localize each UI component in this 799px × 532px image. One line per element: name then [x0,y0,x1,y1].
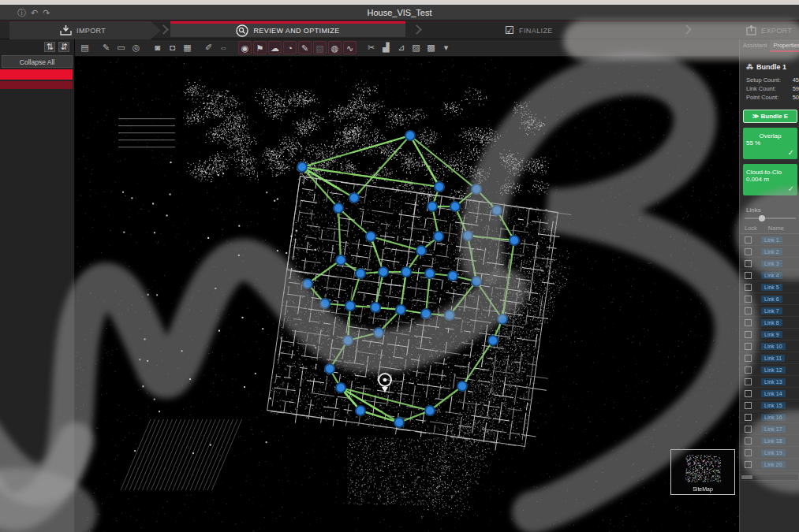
link-name-button[interactable]: Link 1 [761,236,782,244]
scan-setup-node[interactable] [434,232,443,241]
link-row[interactable]: Link 2 [740,246,799,258]
scan-link-edge[interactable] [426,273,430,314]
scan-setup-node[interactable] [336,383,345,392]
link-row[interactable]: Link 15 [740,400,799,411]
link-name-button[interactable]: Link 10 [761,343,786,350]
scan-setup-node[interactable] [405,131,415,140]
tab-properties[interactable]: Properties [770,39,799,52]
link-row[interactable]: Link 14 [740,388,799,400]
signal-icon[interactable]: ∿ [343,41,357,54]
scan-link-edge[interactable] [338,208,371,236]
lock-checkbox[interactable] [745,248,752,255]
scan-link-edge[interactable] [430,386,462,411]
lock-checkbox[interactable] [745,414,752,421]
table-view-icon[interactable]: ▦ [181,41,194,54]
cloud-icon[interactable]: ☁ [268,41,282,54]
scan-setup-node[interactable] [435,182,444,192]
link-name-button[interactable]: Link 5 [761,284,782,291]
link-name-button[interactable]: Link 15 [761,402,786,409]
scan-setup-node[interactable] [425,269,435,278]
link-row[interactable]: Link 9 [740,329,799,340]
scan-link-edge[interactable] [338,208,341,260]
scan-setup-node[interactable] [510,236,519,245]
chart-icon[interactable]: ▟ [379,41,393,54]
tab-export[interactable]: EXPORT [746,21,797,39]
link-name-button[interactable]: Link 17 [761,426,786,433]
tab-assistant[interactable]: Assistant [740,39,770,52]
scan-cluster-row[interactable] [0,81,73,89]
sort-icon[interactable]: ⇅ [44,42,55,52]
collapse-all-button[interactable]: Collapse All [2,55,73,68]
scan-setup-node[interactable] [492,206,502,215]
scan-setup-node[interactable] [345,301,355,311]
scan-link-edge[interactable] [462,340,493,386]
scan-setup-node[interactable] [379,267,388,277]
link-row[interactable]: Link 1 [740,234,799,246]
scan-setup-node[interactable] [396,305,405,314]
link-row[interactable]: Link 8 [740,317,799,329]
scrollbar-thumb[interactable] [741,475,752,479]
scan-setup-node[interactable] [320,299,330,308]
links-filter-slider[interactable] [745,215,796,221]
lock-checkbox[interactable] [745,307,752,314]
link-row[interactable]: Link 19 [740,447,799,459]
link-row[interactable]: Link 17 [740,423,799,435]
link-name-button[interactable]: Link 13 [761,378,786,385]
scan-link-edge[interactable] [468,236,476,281]
scan-setup-node[interactable] [394,418,404,427]
lock-checkbox[interactable] [745,296,752,303]
lock-checkbox[interactable] [745,378,752,385]
scan-setup-node[interactable] [366,232,375,241]
link-row[interactable]: Link 10 [740,340,799,352]
scan-setup-node[interactable] [325,364,334,374]
lock-checkbox[interactable] [745,449,752,456]
lock-checkbox[interactable] [745,284,752,291]
camera-color-icon[interactable]: ◘ [166,41,179,54]
scan-setup-node[interactable] [303,279,312,288]
scan-setup-node[interactable] [445,311,454,320]
link-name-button[interactable]: Link 19 [761,449,786,456]
link-row[interactable]: Link 6 [740,293,799,305]
link-name-button[interactable]: Link 6 [761,296,782,303]
lock-checkbox[interactable] [745,437,752,445]
scan-setup-node[interactable] [463,231,472,240]
scan-setup-node[interactable] [334,203,343,213]
scan-setup-node[interactable] [356,406,365,415]
scan-link-edge[interactable] [302,136,410,167]
scan-link-edge[interactable] [371,236,383,272]
map-viewport[interactable]: ▤✎▭◎◙◘▦✐⇔◉⚑☁◔✎▧◍∿✂▟⊿▨▩▾ SiteMap [75,39,739,532]
link-name-button[interactable]: Link 12 [761,366,786,374]
link-row[interactable]: Link 20 [740,459,799,471]
current-position-pin[interactable] [379,374,391,392]
sphere-icon[interactable]: ◔ [283,41,297,54]
scan-link-edge[interactable] [450,281,476,315]
scan-link-edge[interactable] [476,281,502,319]
scan-link-edge[interactable] [371,236,421,251]
pin-icon[interactable]: ◍ [328,41,342,54]
scan-link-edge[interactable] [468,236,514,240]
scan-setup-node[interactable] [425,406,435,415]
scan-link-graph[interactable] [75,39,739,532]
dropdown-caret-icon[interactable]: ▾ [439,41,453,54]
image-icon[interactable]: ▧ [313,41,327,54]
scan-setup-node[interactable] [428,202,437,211]
scan-setup-node[interactable] [297,162,307,172]
scan-link-edge[interactable] [401,272,406,310]
bundle-explore-button[interactable]: ≫ Bundle E [743,110,797,123]
lock-checkbox[interactable] [745,366,752,374]
scan-link-edge[interactable] [354,136,410,198]
lock-checkbox[interactable] [745,260,752,267]
link-row[interactable]: Link 5 [740,281,799,293]
grid-icon[interactable]: ▩ [424,41,438,54]
scan-link-edge[interactable] [341,388,399,422]
sitemap-minimap[interactable]: SiteMap [670,449,735,495]
target-icon[interactable]: ◉ [238,41,252,54]
lock-checkbox[interactable] [745,390,752,397]
scan-setup-node[interactable] [343,336,353,345]
link-name-button[interactable]: Link 9 [761,331,782,338]
draw-icon[interactable]: ✎ [99,41,113,54]
document-icon[interactable]: ▤ [78,41,91,54]
link-row[interactable]: Link 16 [740,411,799,423]
scan-setup-node[interactable] [457,381,467,391]
scan-setup-node[interactable] [498,314,507,324]
